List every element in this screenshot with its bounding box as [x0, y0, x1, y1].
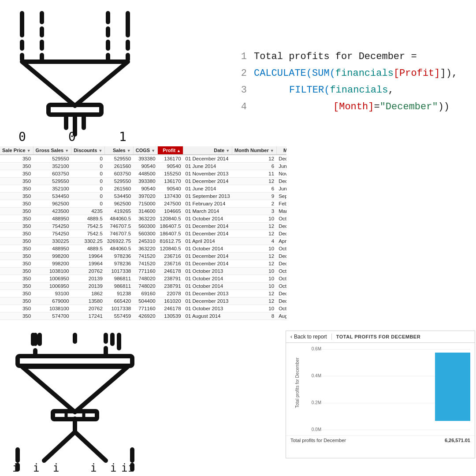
table-cell: March	[276, 208, 286, 215]
col-cogs[interactable]: COGS ▼	[133, 146, 157, 155]
table-cell: 10	[232, 215, 277, 223]
line-num-3: 3	[234, 82, 247, 99]
table-cell: 238791	[158, 275, 183, 283]
table-cell: 01 December 2013	[183, 298, 232, 305]
table-cell: 1017338	[105, 305, 133, 312]
table-cell: 488950	[33, 215, 71, 223]
table-cell: 0	[71, 200, 105, 208]
table-cell: 603750	[105, 170, 133, 178]
table-row: 3503521000261560905409054001 June 20146J…	[0, 163, 286, 170]
table-cell: 350	[0, 260, 33, 268]
code-line-3-financials: financials	[330, 82, 388, 99]
col-month[interactable]: Month ▼	[276, 146, 286, 155]
back-to-report-button[interactable]: ‹ Back to report	[290, 334, 332, 340]
table-cell: 12	[232, 230, 277, 238]
y-tick-02: 0.2M	[308, 400, 321, 405]
table-cell: 748020	[133, 275, 157, 283]
table-cell: February	[276, 200, 286, 208]
table-cell: 962500	[105, 200, 133, 208]
table-cell: 01 August 2014	[183, 312, 232, 320]
col-date[interactable]: Date ▼	[183, 146, 232, 155]
table-cell: 245310	[133, 238, 157, 245]
table-cell: 01 December 2014	[183, 230, 232, 238]
table-cell: 665420	[105, 298, 133, 305]
table-cell: 104665	[158, 208, 183, 215]
table-cell: 22078	[158, 290, 183, 298]
svg-text:i: i	[110, 462, 116, 472]
table-cell: 137430	[158, 193, 183, 200]
table-cell: 155250	[158, 170, 183, 178]
y-tick-06: 0.6M	[308, 346, 321, 351]
table-cell: 4	[232, 238, 277, 245]
table-cell: 186407.5	[158, 230, 183, 238]
table-cell: 93100	[33, 290, 71, 298]
col-sale-price[interactable]: Sale Price ▼	[0, 146, 33, 155]
table-cell: October	[276, 275, 286, 283]
table-cell: 350	[0, 193, 33, 200]
table-cell: June	[276, 163, 286, 170]
table-cell: 1038100	[33, 305, 71, 312]
table-cell: 748020	[133, 283, 157, 290]
filter-icon-bottom: i i i i i i i	[4, 331, 145, 472]
code-line-2-close: ]),	[440, 65, 458, 82]
table-cell: 326922.75	[105, 238, 133, 245]
table-cell: 186407.5	[158, 223, 183, 230]
table-cell: 01 December 2014	[183, 223, 232, 230]
code-line-4-month: [Month]	[333, 99, 374, 115]
table-row: 3505747001724155745942692013053901 Augus…	[0, 312, 286, 320]
table-cell: 314600	[133, 208, 157, 215]
table-cell: 81612.75	[158, 238, 183, 245]
table-cell: 90540	[158, 163, 183, 170]
col-sales[interactable]: Sales ▼	[105, 146, 133, 155]
table-cell: 7542.5	[71, 223, 105, 230]
chart-footer: Total profits for December 6,26,571.01	[286, 435, 475, 445]
table-cell: December	[276, 253, 286, 260]
table-cell: October	[276, 215, 286, 223]
table-cell: 574700	[33, 312, 71, 320]
chart-title: TOTAL PROFITS FOR DECEMBER	[336, 334, 420, 339]
table-cell: 350	[0, 185, 33, 193]
code-line-3-comma: ,	[388, 82, 394, 99]
back-arrow-icon: ‹	[290, 334, 292, 340]
table-cell: 557459	[105, 312, 133, 320]
col-discounts[interactable]: Discounts ▼	[71, 146, 105, 155]
table-cell: 12	[232, 260, 277, 268]
table-cell: 90540	[133, 185, 157, 193]
table-cell: 261560	[105, 163, 133, 170]
table-cell: 17241	[71, 312, 105, 320]
table-cell: 560300	[133, 230, 157, 238]
table-cell: 350	[0, 238, 33, 245]
table-row: 350529550052955039338013617001 December …	[0, 155, 286, 163]
back-button-label[interactable]: Back to report	[294, 334, 327, 340]
data-table: Sale Price ▼ Gross Sales ▼ Discounts ▼ S…	[0, 146, 286, 320]
table-cell: 529550	[33, 178, 71, 185]
table-row: 3506790001358066542050440016102001 Decem…	[0, 298, 286, 305]
table-cell: 1006950	[33, 283, 71, 290]
table-cell: 12	[232, 253, 277, 260]
table-cell: 12	[232, 155, 277, 163]
table-cell: December	[276, 155, 286, 163]
table-cell: 534450	[105, 193, 133, 200]
table-cell: 679000	[33, 298, 71, 305]
table-cell: 20762	[71, 305, 105, 312]
table-cell: 350	[0, 290, 33, 298]
table-cell: 247500	[158, 200, 183, 208]
table-header-row: Sale Price ▼ Gross Sales ▼ Discounts ▼ S…	[0, 146, 286, 155]
table-cell: 13580	[71, 298, 105, 305]
table-cell: 0	[71, 193, 105, 200]
table-cell: 0	[71, 170, 105, 178]
table-row: 3507542507542.5746707.5560300186407.501 …	[0, 223, 286, 230]
col-profit[interactable]: Profit ▲	[158, 146, 183, 155]
table-row: 35093100186291238691602207801 December 2…	[0, 290, 286, 298]
col-gross-sales[interactable]: Gross Sales ▼	[33, 146, 71, 155]
table-cell: 1006950	[33, 275, 71, 283]
table-cell: 01 October 2014	[183, 283, 232, 290]
table-cell: 01 October 2014	[183, 245, 232, 253]
table-cell: 136170	[158, 178, 183, 185]
table-cell: April	[276, 238, 286, 245]
table-cell: 120840.5	[158, 245, 183, 253]
col-month-number[interactable]: Month Number ▼	[232, 146, 277, 155]
table-cell: 746707.5	[105, 230, 133, 238]
table-cell: 350	[0, 253, 33, 260]
code-line-3-filter: FILTER(	[289, 82, 330, 99]
